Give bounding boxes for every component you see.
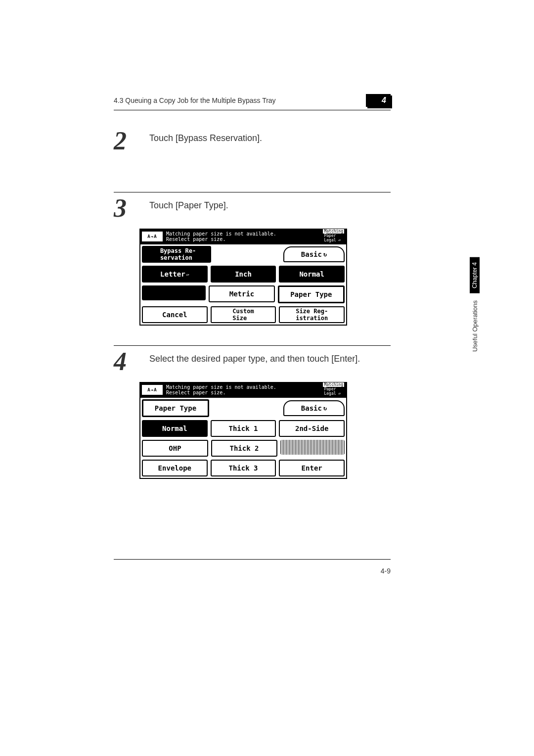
section-title: 4.3 Queuing a Copy Job for the Multiple … <box>114 96 276 104</box>
matching-paper-indicator: Matching Paper Legal ▱ <box>323 229 344 242</box>
status-message: Matching paper size is not available. Re… <box>166 231 276 242</box>
orientation-icon: A→A <box>141 231 163 242</box>
inch-button[interactable]: Inch <box>211 266 276 283</box>
step-text: Select the desired paper type, and then … <box>149 350 391 373</box>
lcd-screen-paper-type: A→A Matching paper size is not available… <box>139 382 347 479</box>
matching-line2: Paper <box>323 387 344 391</box>
step-number: 3 <box>114 195 127 221</box>
chapter-number-box: 4 <box>366 94 391 107</box>
orientation-icon: A→A <box>141 384 163 395</box>
matching-line3: Legal ▱ <box>323 391 344 396</box>
metric-button[interactable]: Metric <box>209 285 274 302</box>
size-registration-button[interactable]: Size Reg- istration <box>279 306 345 323</box>
step-2: 2 Touch [Bypass Reservation]. <box>114 125 391 152</box>
step-4: 4 Select the desired paper type, and the… <box>114 345 391 479</box>
step-number: 4 <box>114 349 127 375</box>
footer-rule <box>114 559 391 560</box>
step-text: Touch [Bypass Reservation]. <box>149 129 391 152</box>
step-text: Touch [Paper Type]. <box>149 196 391 220</box>
thick2-button[interactable]: Thick 2 <box>211 440 277 457</box>
page-content: 4.3 Queuing a Copy Job for the Multiple … <box>114 94 391 479</box>
second-side-button[interactable]: 2nd-Side <box>279 420 345 437</box>
ohp-button[interactable]: OHP <box>142 440 208 457</box>
page-number: 4-9 <box>381 567 391 575</box>
envelope-button[interactable]: Envelope <box>142 460 208 476</box>
basic-tab[interactable]: Basic <box>283 246 345 262</box>
screen-title: Paper Type <box>142 399 209 417</box>
lcd-panel: Paper Type Basic Normal Thick 1 2nd-Side… <box>139 398 347 479</box>
matching-line3: Legal ▱ <box>323 238 344 242</box>
lcd-panel: Bypass Re- servation Basic Letter Inch N… <box>139 244 347 326</box>
matching-line1: Matching <box>323 229 344 234</box>
side-chapter-box: Chapter 4 <box>470 257 480 293</box>
status-bar: A→A Matching paper size is not available… <box>139 229 347 244</box>
matching-line1: Matching <box>323 382 344 387</box>
side-section-label: Useful Operations <box>471 300 479 352</box>
thick1-button[interactable]: Thick 1 <box>211 420 276 437</box>
enter-button[interactable]: Enter <box>279 460 345 476</box>
paper-type-button[interactable]: Paper Type <box>278 285 345 303</box>
cancel-button[interactable]: Cancel <box>142 306 208 323</box>
status-message: Matching paper size is not available. Re… <box>166 384 276 395</box>
status-bar: A→A Matching paper size is not available… <box>139 382 347 398</box>
custom-size-button[interactable]: Custom Size <box>211 306 276 323</box>
normal-button[interactable]: Normal <box>279 266 345 283</box>
letter-button[interactable]: Letter <box>142 266 208 283</box>
page-header: 4.3 Queuing a Copy Job for the Multiple … <box>114 94 391 110</box>
side-label: Chapter 4 Useful Operations <box>470 257 480 352</box>
lcd-screen-bypass-reservation: A→A Matching paper size is not available… <box>139 229 347 326</box>
matching-paper-indicator: Matching Paper Legal ▱ <box>323 382 344 396</box>
basic-tab[interactable]: Basic <box>283 400 345 416</box>
normal-button[interactable]: Normal <box>142 420 208 437</box>
matching-line2: Paper <box>323 234 344 238</box>
step-3: 3 Touch [Paper Type]. A→A Matching paper… <box>114 192 391 326</box>
disabled-slot <box>280 440 345 455</box>
thick3-button[interactable]: Thick 3 <box>211 460 276 476</box>
spacer-block <box>142 285 206 300</box>
screen-title: Bypass Re- servation <box>142 246 211 263</box>
step-number: 2 <box>114 128 127 154</box>
